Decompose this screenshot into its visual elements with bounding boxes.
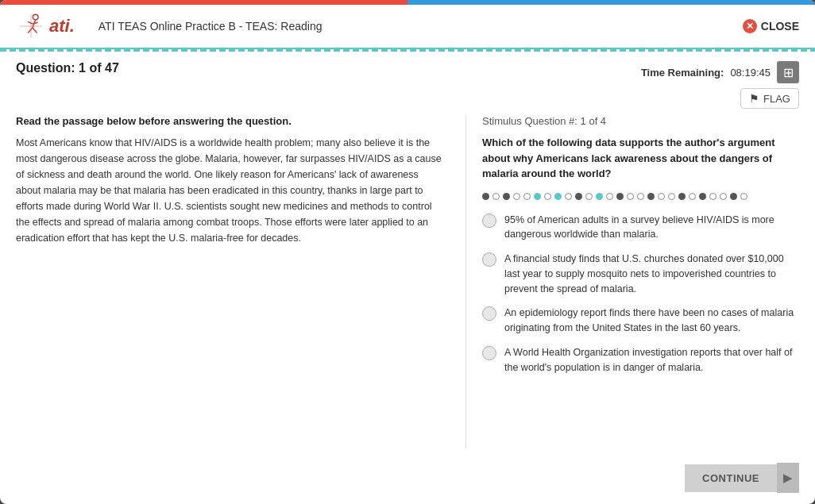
progress-dot <box>699 193 706 200</box>
progress-dot <box>627 193 634 200</box>
read-instruction: Read the passage below before answering … <box>16 115 442 127</box>
progress-dots <box>482 193 799 200</box>
progress-dot <box>482 193 489 200</box>
svg-line-3 <box>33 28 37 33</box>
option-text: A financial study finds that U.S. church… <box>504 252 799 296</box>
progress-dot <box>492 193 500 200</box>
timer-value: 08:19:45 <box>730 67 771 79</box>
stimulus-header: Stimulus Question #: 1 of 4 <box>482 115 799 127</box>
progress-dot <box>554 193 562 200</box>
svg-point-0 <box>33 14 38 20</box>
progress-dot <box>523 193 531 200</box>
answer-option-a[interactable]: 95% of American adults in a survey belie… <box>482 213 799 243</box>
main-window: ati. ATI TEAS Online Practice B - TEAS: … <box>0 0 815 504</box>
close-icon: ✕ <box>743 19 757 33</box>
ati-logo-icon <box>16 11 46 41</box>
progress-dot <box>647 193 655 200</box>
question-number: Question: 1 of 47 <box>16 61 119 75</box>
option-text: An epidemiology report finds there have … <box>504 306 799 336</box>
footer: CONTINUE ▶ <box>0 456 815 504</box>
progress-dot <box>709 193 717 200</box>
header: ati. ATI TEAS Online Practice B - TEAS: … <box>0 5 815 49</box>
progress-dot <box>565 193 572 200</box>
main-area: Read the passage below before answering … <box>0 115 815 456</box>
progress-dot <box>534 193 541 200</box>
answer-option-d[interactable]: A World Health Organization investigatio… <box>482 345 799 375</box>
radio-circle <box>482 346 496 360</box>
progress-dot <box>544 193 551 200</box>
progress-dot <box>616 193 624 200</box>
progress-dot <box>730 193 737 200</box>
calculator-icon[interactable]: ⊞ <box>777 61 799 83</box>
passage-text: Most Americans know that HIV/AIDS is a w… <box>16 135 442 246</box>
flag-button[interactable]: ⚑ FLAG <box>740 88 799 109</box>
close-label: CLOSE <box>761 20 799 33</box>
progress-dot <box>585 193 593 200</box>
progress-dot <box>575 193 582 200</box>
answer-option-b[interactable]: A financial study finds that U.S. church… <box>482 252 799 296</box>
left-panel: Read the passage below before answering … <box>16 115 450 448</box>
progress-dot <box>658 193 665 200</box>
continue-button[interactable]: CONTINUE ▶ <box>685 463 799 493</box>
progress-dot <box>503 193 510 200</box>
progress-dot <box>668 193 675 200</box>
svg-line-2 <box>28 28 33 33</box>
flag-label: FLAG <box>763 93 790 105</box>
logo-text: ati. <box>49 16 75 37</box>
svg-line-5 <box>33 22 38 24</box>
continue-arrow-icon: ▶ <box>777 463 799 493</box>
content-area: Question: 1 of 47 Time Remaining: 08:19:… <box>0 52 815 504</box>
progress-dot <box>596 193 603 200</box>
flag-icon: ⚑ <box>749 92 759 105</box>
option-text: 95% of American adults in a survey belie… <box>504 213 799 243</box>
answer-option-c[interactable]: An epidemiology report finds there have … <box>482 306 799 336</box>
header-title: ATI TEAS Online Practice B - TEAS: Readi… <box>98 20 743 33</box>
timer-row: Time Remaining: 08:19:45 ⊞ <box>641 61 799 83</box>
progress-dot <box>678 193 686 200</box>
radio-circle <box>482 252 496 267</box>
timer-label: Time Remaining: <box>641 67 724 79</box>
close-button[interactable]: ✕ CLOSE <box>743 19 799 33</box>
question-header: Question: 1 of 47 Time Remaining: 08:19:… <box>0 52 815 115</box>
question-text: Which of the following data supports the… <box>482 135 799 182</box>
radio-circle <box>482 306 496 321</box>
options-list: 95% of American adults in a survey belie… <box>482 213 799 375</box>
radio-circle <box>482 214 496 228</box>
progress-dot <box>637 193 644 200</box>
continue-label: CONTINUE <box>685 464 777 492</box>
progress-dot <box>689 193 696 200</box>
svg-line-4 <box>28 21 33 24</box>
progress-dot <box>740 193 747 200</box>
progress-dot <box>720 193 727 200</box>
right-panel: Stimulus Question #: 1 of 4 Which of the… <box>465 115 799 448</box>
progress-dot <box>606 193 613 200</box>
option-text: A World Health Organization investigatio… <box>504 345 799 375</box>
progress-dot <box>513 193 520 200</box>
logo: ati. <box>16 11 75 41</box>
timer-area: Time Remaining: 08:19:45 ⊞ ⚑ FLAG <box>641 61 799 109</box>
